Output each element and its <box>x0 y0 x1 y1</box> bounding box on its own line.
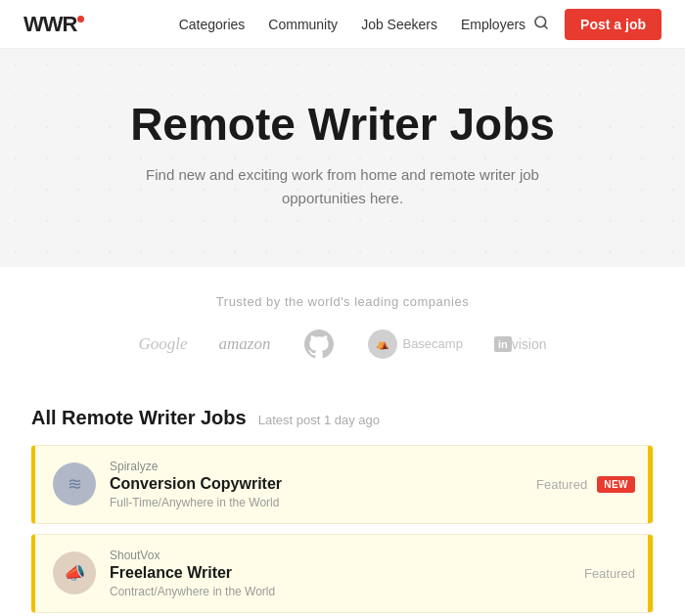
jobs-header: All Remote Writer Jobs Latest post 1 day… <box>31 407 654 429</box>
job-avatar-0: ≋ <box>53 462 96 506</box>
job-role-0: Conversion Copywriter <box>110 475 523 493</box>
basecamp-logo: ⛺ Basecamp <box>368 330 462 359</box>
hero-section: Remote Writer Jobs Find new and exciting… <box>0 49 685 267</box>
logos-row: Google amazon ⛺ Basecamp invision <box>39 327 646 362</box>
nav-categories[interactable]: Categories <box>179 17 246 32</box>
jobs-section-title: All Remote Writer Jobs <box>31 407 247 429</box>
megaphone-icon: 📣 <box>64 562 85 584</box>
nav-employers[interactable]: Employers <box>461 17 525 32</box>
job-avatar-1: 📣 <box>53 551 96 594</box>
basecamp-icon: ⛺ <box>368 330 397 359</box>
job-card-1[interactable]: 📣 ShoutVox Freelance Writer Contract/Any… <box>31 534 654 613</box>
trusted-label: Trusted by the world's leading companies <box>39 294 646 309</box>
jobs-section: All Remote Writer Jobs Latest post 1 day… <box>0 383 685 616</box>
nav-job-seekers[interactable]: Job Seekers <box>361 17 437 32</box>
search-icon[interactable] <box>533 15 549 34</box>
jobs-latest-post: Latest post 1 day ago <box>258 413 380 427</box>
job-right-1: Featured <box>584 566 635 581</box>
post-job-button[interactable]: Post a job <box>565 9 662 40</box>
card-stripe-1 <box>648 535 653 612</box>
card-stripe-0 <box>648 446 653 523</box>
logo-dot <box>77 16 84 22</box>
job-company-0: Spiralyze <box>110 460 523 473</box>
job-company-1: ShoutVox <box>110 549 571 562</box>
hero-subtitle: Find new and exciting work from home and… <box>137 163 548 210</box>
navbar: WWR Categories Community Job Seekers Emp… <box>0 0 685 49</box>
hero-title: Remote Writer Jobs <box>39 100 646 150</box>
job-badge-new-0: NEW <box>597 476 635 493</box>
job-info-0: Spiralyze Conversion Copywriter Full-Tim… <box>110 460 523 509</box>
invision-logo: invision <box>494 336 547 352</box>
layers-icon: ≋ <box>68 473 82 495</box>
job-featured-label-1: Featured <box>584 566 635 581</box>
job-type-0: Full-Time/Anywhere in the World <box>110 496 523 509</box>
job-role-1: Freelance Writer <box>110 564 571 582</box>
site-logo[interactable]: WWR <box>23 12 84 37</box>
amazon-logo: amazon <box>219 334 271 354</box>
github-logo <box>301 327 337 362</box>
job-card-0[interactable]: ≋ Spiralyze Conversion Copywriter Full-T… <box>31 445 654 524</box>
nav-community[interactable]: Community <box>268 17 338 32</box>
job-type-1: Contract/Anywhere in the World <box>110 585 571 598</box>
job-right-0: Featured NEW <box>536 476 635 493</box>
logo-text: WWR <box>23 12 76 37</box>
svg-line-1 <box>544 25 547 28</box>
nav-links: Categories Community Job Seekers Employe… <box>179 16 525 33</box>
job-info-1: ShoutVox Freelance Writer Contract/Anywh… <box>110 549 571 598</box>
job-featured-label-0: Featured <box>536 477 587 492</box>
trusted-section: Trusted by the world's leading companies… <box>0 267 685 383</box>
google-logo: Google <box>139 334 188 354</box>
